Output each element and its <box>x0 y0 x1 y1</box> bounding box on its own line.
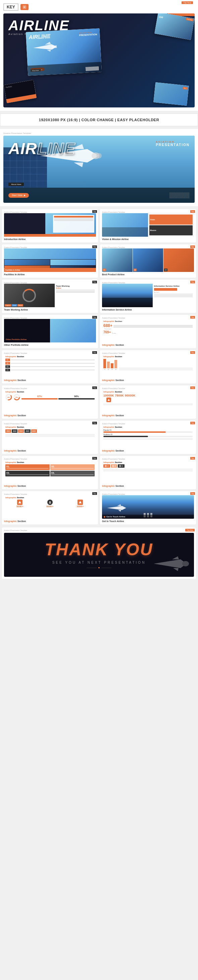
key-badge-row: KEY K <box>3 3 195 11</box>
slides-row-9: Aviation Presentation Template Trip Info… <box>0 490 198 525</box>
infographic6-badge: Trip <box>92 422 97 424</box>
slide-infographic-5: Aviation Presentation Template Trip Info… <box>100 385 196 418</box>
hero-float-slide-3: Te... <box>154 82 189 106</box>
infographic6-thumb: Infographic Section 2021 2022 2023 2024 … <box>4 425 96 448</box>
infographic5-label: Infographic Section <box>102 414 194 417</box>
infographic9-badge: Trip <box>190 457 195 460</box>
infographic3-badge: Trip <box>190 351 195 354</box>
slide-get-in-touch: Aviation Presentation Template Trip <box>100 491 196 524</box>
team-label: Team Working Airline <box>4 309 96 311</box>
infographic1-badge: Trip <box>190 316 195 318</box>
facilities-label: Facilities In Airline <box>4 273 96 276</box>
main-airline-title-group: AIRLINE <box>8 141 75 157</box>
info-bar: 1920X1080 PX (16:9) | COLOR CHANGE | EAS… <box>0 113 198 126</box>
thankyou-wrapper: Aviation Presentation Template Trip Now … <box>0 525 198 581</box>
slide-infographic-3: Aviation Presentation Template Trip Info… <box>100 350 196 383</box>
slide-infographic-10: Aviation Presentation Template Trip Info… <box>2 491 98 524</box>
infographic7-label: Infographic Section <box>102 450 194 452</box>
main-airline-title: AIRLINE <box>8 141 75 157</box>
infographic1-label: Infographic Section <box>102 344 194 346</box>
infographic9-thumb: Infographic Section A B C <box>102 460 194 484</box>
product-label: Best Product Airline <box>102 273 194 276</box>
hero-main-slide: AIRLINE AVIATION PRESENTATION <box>26 28 102 76</box>
infographic2-label: Infographic Section <box>4 379 96 382</box>
infographic8-label: Infographic Section <box>4 485 96 487</box>
main-slide-header: Aviation Presentation Template <box>3 132 195 134</box>
vision-thumb: Vision Mission <box>102 213 194 237</box>
page-wrapper: KEY K AIRLINE Aviation Presentation Temp… <box>0 0 198 581</box>
slide-infographic-7: Aviation Presentation Template Trip Info… <box>100 421 196 454</box>
slide-facilities: Aviation Presentation Template Trip Faci… <box>2 244 98 278</box>
barcode-main <box>169 192 190 199</box>
infographic5-badge: Trip <box>190 387 195 389</box>
svg-text:K: K <box>24 6 25 8</box>
infographic9-label: Infographic Section <box>102 485 194 487</box>
product-badge: Trip <box>190 245 195 248</box>
slide-introduction: Aviation Presentation Template Trip Intr… <box>2 209 98 242</box>
infographic3-label: Infographic Section <box>102 379 194 382</box>
portfolio-label: Other Portfolio Airline <box>4 344 96 346</box>
infographic8-badge: Trip <box>92 457 97 460</box>
infographic4-thumb: Infographic Section 44% <box>4 390 96 413</box>
infographic10-thumb: Infographic Section 500K+ 60 <box>4 495 96 519</box>
touch-badge: Trip <box>190 492 195 495</box>
slides-row-7: Aviation Presentation Template Trip Info… <box>0 420 198 455</box>
key-badge: KEY <box>3 3 19 11</box>
facilities-badge: Trip <box>92 245 97 248</box>
intro-badge: Trip <box>92 210 97 213</box>
facilities-thumb: Facilities In Airline <box>4 248 96 272</box>
keynote-icon: K <box>21 4 29 10</box>
thankyou-badge: Trip Now <box>185 529 195 531</box>
slide-team: Aviation Presentation Template Trip Team… <box>2 280 98 313</box>
svg-point-13 <box>96 153 102 159</box>
slides-row-5: Aviation Presentation Template Trip Info… <box>0 349 198 384</box>
slide-info-service: Aviation Presentation Template Trip Info… <box>100 280 196 313</box>
trip-now-badge-1: Trip Now <box>186 18 194 21</box>
infographic3-thumb: Infographic Section 01 02 <box>102 354 194 378</box>
slide-best-product: Aviation Presentation Template Trip 01 0… <box>100 244 196 278</box>
team-badge: Trip <box>92 281 97 283</box>
slide-infographic-4: Aviation Presentation Template Trip Info… <box>2 385 98 418</box>
thankyou-card: Aviation Presentation Template Trip Now … <box>2 527 196 579</box>
touch-plane <box>105 504 129 514</box>
slides-row-3: Aviation Presentation Template Trip Team… <box>0 278 198 314</box>
slide-infographic-1: Aviation Presentation Template Trip Info… <box>100 315 196 348</box>
slide-infographic-6: Aviation Presentation Template Trip Info… <box>2 421 98 454</box>
touch-thumb: Get In Touch Airline <box>102 495 194 519</box>
slide-infographic-2: Aviation Presentation Template Trip Info… <box>2 350 98 383</box>
infographic2-badge: Trip <box>92 351 97 354</box>
vision-label: Vision & Mission Airline <box>102 238 194 240</box>
slide-portfolio: Aviation Presentation Template Trip Othe… <box>2 315 98 348</box>
slides-row-2: Aviation Presentation Template Trip Faci… <box>0 243 198 278</box>
start-slide-btn-main[interactable]: Start Slide▶ <box>8 193 29 198</box>
trip-badge-main: Trip Now <box>182 2 193 4</box>
infographic2-thumb: Infographic Section 01. 02. 03. <box>4 354 96 378</box>
slides-row-6: Aviation Presentation Template Trip Info… <box>0 384 198 420</box>
bottom-dark-bar: Start Slide▶ <box>3 188 195 203</box>
service-label: Information Service Airline <box>102 309 194 311</box>
infographic6-label: Infographic Section <box>4 450 96 452</box>
infographic5-thumb: Infographic Section 10000K 7800K 90 <box>102 390 194 413</box>
slides-row-8: Aviation Presentation Template Trip Info… <box>0 455 198 490</box>
slide-vision: Aviation Presentation Template Trip Visi… <box>100 209 196 242</box>
infographic4-badge: Trip <box>92 387 97 389</box>
main-aviation-label: AVIATION PRESENTATION <box>156 141 190 147</box>
infographic8-thumb: Infographic Section 01. 02. 03. <box>4 460 96 484</box>
svg-point-19 <box>182 561 189 566</box>
infographic10-label: Infographic Section <box>4 520 96 522</box>
thankyou-header: Aviation Presentation Template <box>4 530 194 531</box>
infographic1-thumb: Infographic Section 688+ Passengers <box>102 319 194 342</box>
intro-label: Introduction Airline <box>4 238 96 240</box>
infographic10-badge: Trip <box>92 492 97 495</box>
slide-infographic-8: Aviation Presentation Template Trip Info… <box>2 456 98 489</box>
slides-row-1: Aviation Presentation Template Trip Intr… <box>0 208 198 243</box>
about-here-label: About Here <box>30 69 41 72</box>
top-section: KEY K AIRLINE Aviation Presentation Temp… <box>0 0 198 111</box>
about-here-btn-main[interactable]: About Here <box>8 183 24 186</box>
hero-float-slide-2: Portfolio <box>4 80 36 103</box>
main-slide-section: Aviation Presentation Template Trip Now <box>0 129 198 206</box>
infographic4-label: Infographic Section <box>4 414 96 417</box>
thankyou-dark-bg: THANK YOU See You At Next Presentation <box>4 533 194 577</box>
portfolio-badge: Trip <box>92 316 97 318</box>
infographic7-thumb: Infographic Section Popular 01 Students … <box>102 425 194 448</box>
